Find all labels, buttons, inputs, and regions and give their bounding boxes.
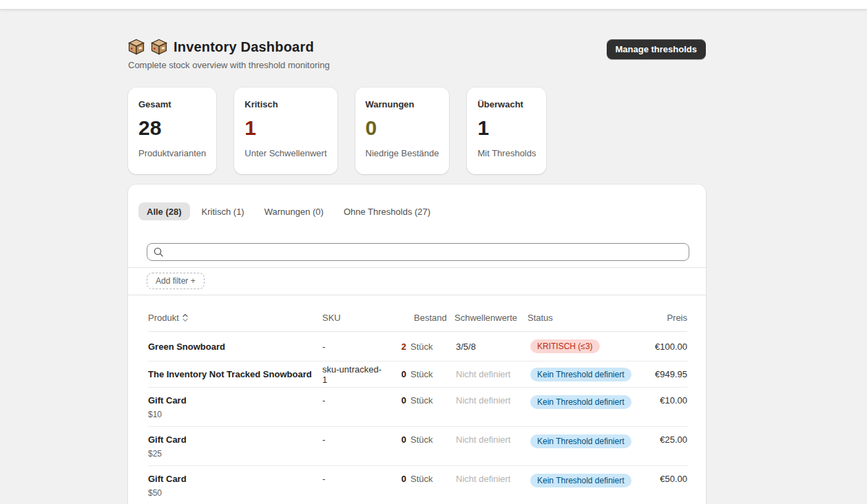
product-name: Green Snowboard xyxy=(148,342,322,352)
product-variant: $10 xyxy=(148,410,322,419)
package-icon xyxy=(128,39,145,55)
stat-value: 1 xyxy=(477,118,536,138)
inventory-dashboard-page: Inventory Dashboard Complete stock overv… xyxy=(0,0,867,504)
product-name: Gift Card xyxy=(148,395,322,406)
stock-unit: Stück xyxy=(410,369,433,379)
stat-value: 0 xyxy=(366,118,439,138)
stat-card-gesamt: Gesamt 28 Produktvarianten xyxy=(128,87,216,174)
column-header-schwellenwerte: Schwellenwerte xyxy=(455,313,527,323)
status-cell: Kein Threshold definiert xyxy=(527,395,638,409)
status-badge: Kein Threshold definiert xyxy=(530,368,631,381)
sku-cell: - xyxy=(322,434,386,445)
table-header-row: Produkt SKU Bestand Schwellenwerte Statu… xyxy=(148,295,687,332)
top-bar xyxy=(0,0,867,10)
status-cell: Kein Threshold definiert xyxy=(527,474,638,487)
sku-cell: sku-untracked-1 xyxy=(322,364,386,385)
tab-ohne-thresholds[interactable]: Ohne Thresholds (27) xyxy=(335,202,439,220)
page-subtitle: Complete stock overview with threshold m… xyxy=(128,60,706,70)
price-cell: €100.00 xyxy=(638,342,687,352)
stock-cell: 0 Stück xyxy=(386,369,455,379)
stock-cell: 2 Stück xyxy=(386,342,455,352)
status-cell: Kein Threshold definiert xyxy=(527,434,638,448)
search-input[interactable] xyxy=(147,243,689,261)
stat-caption: Niedrige Bestände xyxy=(366,148,439,158)
table-row[interactable]: The Inventory Not Tracked Snowboard sku-… xyxy=(148,361,687,388)
product-cell: Green Snowboard xyxy=(148,342,322,352)
status-badge: Kein Threshold definiert xyxy=(530,434,631,448)
sku-cell: - xyxy=(322,395,386,406)
stat-label: Warnungen xyxy=(366,99,439,109)
thresholds-cell: Nicht definiert xyxy=(455,395,527,406)
thresholds-cell: Nicht definiert xyxy=(455,434,527,445)
tab-kritisch[interactable]: Kritisch (1) xyxy=(194,202,253,220)
stock-quantity: 0 xyxy=(386,474,406,484)
stat-label: Kritisch xyxy=(244,99,326,109)
sku-cell: - xyxy=(322,342,386,352)
product-variant: $25 xyxy=(148,449,322,459)
tab-alle[interactable]: Alle (28) xyxy=(138,202,190,220)
stock-quantity: 0 xyxy=(386,395,406,406)
inventory-table-card: Alle (28) Kritisch (1) Warnungen (0) Ohn… xyxy=(128,185,706,504)
page-title: Inventory Dashboard xyxy=(174,39,314,55)
stat-card-kritisch: Kritisch 1 Unter Schwellenwert xyxy=(234,87,337,174)
table-row[interactable]: Gift Card $10 - 0 Stück Nicht definiert … xyxy=(148,388,687,427)
stat-value: 28 xyxy=(138,118,206,138)
sort-icon xyxy=(182,313,189,322)
column-header-status: Status xyxy=(527,313,638,323)
stat-caption: Produktvarianten xyxy=(138,148,206,158)
stock-cell: 0 Stück xyxy=(386,474,455,484)
stock-unit: Stück xyxy=(410,342,433,352)
thresholds-cell: 3/5/8 xyxy=(455,342,527,352)
stock-cell: 0 Stück xyxy=(386,434,455,445)
status-cell: KRITISCH (≤3) xyxy=(527,339,638,353)
search-icon xyxy=(153,246,164,258)
inventory-table: Produkt SKU Bestand Schwellenwerte Statu… xyxy=(128,295,706,504)
filter-row: Add filter + xyxy=(128,268,706,295)
table-row[interactable]: Gift Card $25 - 0 Stück Nicht definiert … xyxy=(148,427,687,466)
product-cell: Gift Card $25 xyxy=(148,434,322,459)
status-cell: Kein Threshold definiert xyxy=(527,368,638,381)
search-bar xyxy=(147,243,689,261)
thresholds-cell: Nicht definiert xyxy=(455,369,527,379)
stat-label: Gesamt xyxy=(138,99,206,109)
stock-quantity: 2 xyxy=(386,342,406,352)
stat-cards: Gesamt 28 Produktvarianten Kritisch 1 Un… xyxy=(128,87,546,174)
stat-caption: Unter Schwellenwert xyxy=(244,148,326,158)
column-header-bestand: Bestand xyxy=(386,313,455,323)
price-cell: €10.00 xyxy=(638,395,687,406)
add-filter-button[interactable]: Add filter + xyxy=(147,273,205,289)
stat-card-ueberwacht: Überwacht 1 Mit Thresholds xyxy=(467,87,546,174)
column-header-sku: SKU xyxy=(322,313,386,323)
column-header-label: Produkt xyxy=(148,313,179,323)
stat-card-warnungen: Warnungen 0 Niedrige Bestände xyxy=(355,87,450,174)
stock-unit: Stück xyxy=(410,434,433,445)
product-variant: $50 xyxy=(148,488,322,498)
stock-unit: Stück xyxy=(410,395,433,406)
stat-label: Überwacht xyxy=(477,99,536,109)
product-name: Gift Card xyxy=(148,434,322,445)
thresholds-cell: Nicht definiert xyxy=(455,474,527,484)
product-cell: Gift Card $50 xyxy=(148,474,322,498)
price-cell: €50.00 xyxy=(638,474,687,484)
status-badge: Kein Threshold definiert xyxy=(530,474,631,487)
product-name: Gift Card xyxy=(148,474,322,484)
price-cell: €949.95 xyxy=(638,369,687,379)
stock-quantity: 0 xyxy=(386,434,406,445)
page-header: Inventory Dashboard Complete stock overv… xyxy=(128,39,706,70)
product-cell: The Inventory Not Tracked Snowboard xyxy=(148,369,322,379)
table-row[interactable]: Gift Card $50 - 0 Stück Nicht definiert … xyxy=(148,466,687,504)
stat-value: 1 xyxy=(244,118,326,138)
stat-caption: Mit Thresholds xyxy=(477,148,536,158)
stock-unit: Stück xyxy=(410,474,433,484)
stock-cell: 0 Stück xyxy=(386,395,455,406)
table-row[interactable]: Green Snowboard - 2 Stück 3/5/8 KRITISCH… xyxy=(148,332,687,361)
column-header-preis: Preis xyxy=(638,313,687,323)
product-cell: Gift Card $10 xyxy=(148,395,322,419)
status-badge: KRITISCH (≤3) xyxy=(530,339,600,353)
column-header-produkt[interactable]: Produkt xyxy=(148,313,322,323)
sku-cell: - xyxy=(322,474,386,484)
package-icon xyxy=(151,39,167,55)
tab-warnungen[interactable]: Warnungen (0) xyxy=(256,202,332,220)
manage-thresholds-button[interactable]: Manage thresholds xyxy=(607,39,706,59)
price-cell: €25.00 xyxy=(638,434,687,445)
